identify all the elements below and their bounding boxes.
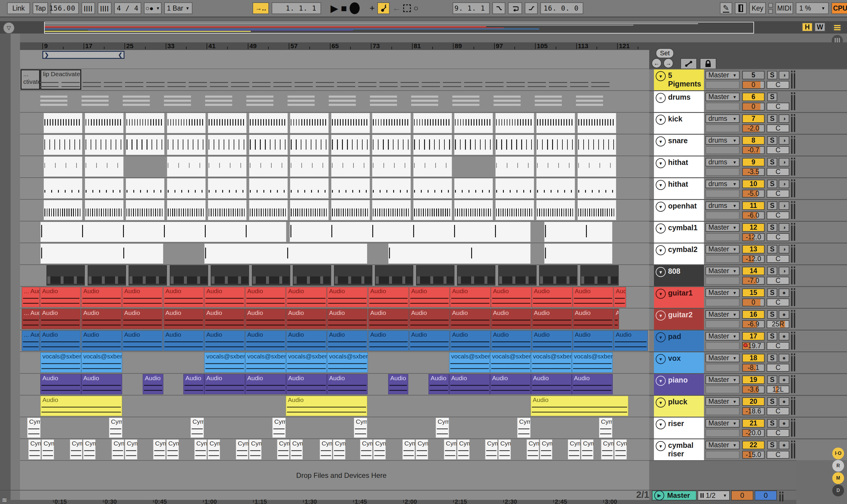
loop-start-field[interactable]: 9. 1. 1	[453, 2, 490, 14]
pan-field[interactable]: C	[767, 190, 789, 198]
fold-arrow-icon[interactable]: ▼	[656, 158, 666, 168]
track-lane[interactable]	[20, 91, 649, 113]
pan-field[interactable]: C	[767, 407, 789, 415]
track-lane[interactable]	[20, 156, 649, 178]
audio-clip[interactable]: Cym	[277, 439, 290, 460]
track-lane[interactable]	[20, 265, 649, 287]
track-name[interactable]: ▼hithat	[654, 157, 704, 177]
output-routing-menu[interactable]: Master▼	[706, 376, 740, 384]
sub-routing-box[interactable]	[706, 168, 740, 176]
audio-clip[interactable]: Audio	[286, 330, 327, 351]
track-number[interactable]: 12	[742, 223, 765, 232]
set-locator-button[interactable]: Set	[656, 48, 674, 58]
track-name[interactable]: ▼cymbal1	[654, 222, 704, 242]
midi-clip[interactable]	[208, 200, 247, 220]
output-routing-menu[interactable]: Master▼	[706, 245, 740, 253]
midi-clip[interactable]	[536, 200, 575, 220]
audio-clip[interactable]: Audio	[368, 330, 409, 351]
midi-clip[interactable]	[211, 265, 249, 286]
midi-clip[interactable]	[208, 157, 247, 177]
midi-clip[interactable]	[372, 157, 411, 177]
midi-clip[interactable]	[577, 157, 616, 177]
audio-clip[interactable]: Cym	[41, 439, 54, 460]
loop-start-handle[interactable]: ❯	[45, 52, 49, 58]
output-routing-menu[interactable]: Master▼	[706, 288, 740, 297]
volume-field[interactable]: -0.7	[742, 146, 765, 154]
track-lane[interactable]: CymCymCymCymCymCymCymCym	[20, 417, 649, 439]
track-number[interactable]: 17	[742, 332, 765, 341]
volume-field[interactable]: -12.0	[742, 233, 765, 241]
master-volume-field[interactable]: 0	[731, 490, 754, 501]
solo-button[interactable]: S	[767, 136, 777, 145]
audio-clip[interactable]: vocals@sxber	[40, 352, 81, 373]
output-routing-menu[interactable]: drums▼	[706, 114, 740, 123]
mixer-section-toggle-r[interactable]: R	[832, 460, 844, 472]
audio-clip[interactable]: Audio	[490, 374, 531, 394]
audio-clip[interactable]: Audio	[532, 287, 572, 307]
sub-routing-box[interactable]	[706, 342, 740, 350]
audio-clip[interactable]: Cym	[109, 417, 122, 438]
nudge-down-button[interactable]: ||||	[82, 2, 95, 14]
midi-clip[interactable]	[167, 178, 206, 198]
track-number[interactable]: 5	[742, 71, 765, 79]
audio-clip[interactable]: Cym	[568, 439, 581, 460]
solo-button[interactable]: S	[767, 376, 777, 384]
audio-clip[interactable]: Cym	[360, 439, 373, 460]
loop-brace[interactable]: ❯❮	[42, 51, 124, 59]
solo-button[interactable]: S	[767, 288, 777, 297]
audio-clip[interactable]: Cym	[614, 439, 627, 460]
audio-clip[interactable]: ... Aud	[22, 330, 40, 351]
pan-field[interactable]: C	[767, 103, 789, 111]
track-lane[interactable]	[20, 178, 649, 200]
midi-clip[interactable]	[536, 113, 575, 133]
hamburger-panel-toggle[interactable]	[832, 22, 843, 33]
audio-clip[interactable]: Audio	[573, 330, 613, 351]
audio-clip[interactable]: Audio	[572, 374, 613, 394]
audio-clip[interactable]: Audio	[122, 330, 163, 351]
audio-clip[interactable]: ... Aud	[22, 287, 40, 307]
mixer-section-toggle-io[interactable]: I·O	[832, 448, 844, 459]
pan-field[interactable]: C	[767, 299, 789, 306]
output-routing-menu[interactable]: Master▼	[706, 267, 740, 275]
solo-button[interactable]: S	[767, 310, 777, 319]
audio-clip[interactable]: Audio	[204, 330, 245, 351]
audio-clip[interactable]: Audio	[40, 396, 122, 416]
audio-clip[interactable]: vocals@sxber	[531, 352, 572, 373]
pan-field[interactable]: C	[767, 168, 789, 176]
midi-clip[interactable]	[290, 178, 329, 198]
midi-clip[interactable]	[334, 265, 372, 286]
sub-routing-box[interactable]	[706, 299, 740, 306]
tempo-field[interactable]: 156.00	[51, 2, 79, 14]
master-pan-field[interactable]: 0	[755, 490, 777, 501]
track-name[interactable]: ▼guitar2	[654, 309, 704, 330]
midi-clip[interactable]	[85, 200, 124, 220]
key-map-button[interactable]: Key	[749, 2, 766, 14]
track-lane[interactable]: ... AudAudioAudioAudioAudioAudioAudioAud…	[20, 330, 649, 352]
midi-clip[interactable]	[413, 200, 452, 220]
audio-clip[interactable]: Audio	[450, 287, 490, 307]
metronome-button[interactable]: ○●▼	[144, 2, 161, 14]
arm-button[interactable]: ◑	[779, 180, 789, 188]
track-lane[interactable]	[20, 221, 649, 243]
midi-clip[interactable]	[372, 178, 411, 198]
volume-field[interactable]: -3.6	[742, 385, 765, 393]
sub-routing-box[interactable]	[706, 407, 740, 415]
pan-field[interactable]: C	[767, 124, 789, 132]
midi-clip[interactable]	[577, 135, 616, 155]
sub-routing-box[interactable]	[706, 320, 740, 328]
midi-clip[interactable]	[208, 178, 247, 198]
audio-clip[interactable]: Audio	[286, 309, 327, 329]
audio-clip[interactable]: Cym	[599, 417, 612, 438]
solo-button[interactable]: S	[767, 158, 777, 166]
fold-overview-button[interactable]: ▽	[3, 22, 15, 34]
audio-clip[interactable]: Audio	[40, 330, 81, 351]
midi-clip[interactable]	[457, 265, 495, 286]
audio-clip[interactable]: Cym	[27, 417, 40, 438]
pan-field[interactable]: C	[767, 81, 789, 89]
track-lane[interactable]: AudioAudioAudioAudioAudioAudioAudioAudio…	[20, 374, 649, 396]
midi-clip[interactable]	[577, 200, 616, 220]
midi-clip[interactable]	[539, 265, 577, 286]
sub-routing-box[interactable]	[706, 103, 740, 111]
midi-clip[interactable]	[536, 135, 575, 155]
audio-clip[interactable]: Cym	[436, 417, 449, 438]
